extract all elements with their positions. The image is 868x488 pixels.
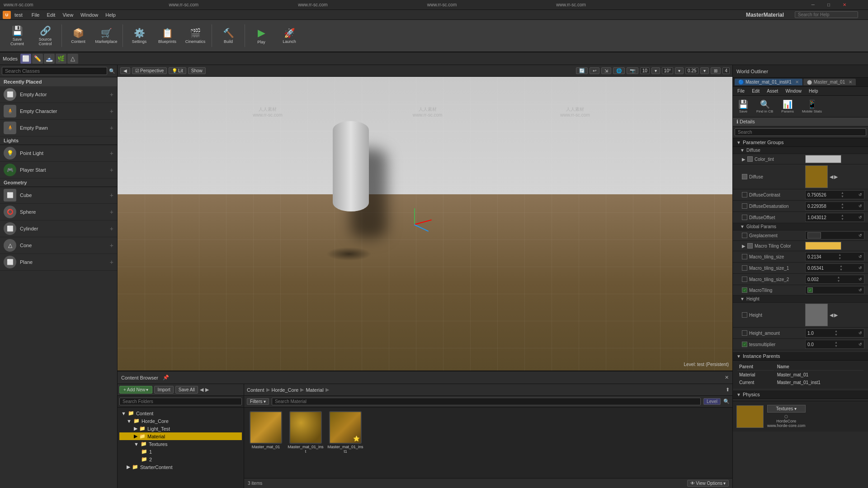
add-cube-btn[interactable]: + — [110, 192, 113, 199]
menu-file[interactable]: File — [28, 11, 43, 19]
folder-material[interactable]: ▶ 📁 Material — [119, 432, 242, 440]
folder-1[interactable]: 📁 1 — [119, 448, 242, 455]
transform-btn[interactable]: 🔄 — [576, 67, 588, 74]
diffuse-section[interactable]: ▼ Diffuse — [733, 147, 868, 154]
mtc-swatch[interactable] — [805, 242, 841, 250]
folder-horde-core[interactable]: ▼ 📁 Horde_Core — [119, 417, 242, 425]
build-button[interactable]: 🔨 Build — [215, 21, 242, 50]
viewport-arrow-btn[interactable]: ◀ — [120, 67, 130, 74]
gr-checkbox[interactable] — [742, 233, 747, 238]
grid-size-btn[interactable]: ▾ — [651, 67, 660, 74]
cb-close-icon[interactable]: ✕ — [725, 375, 729, 380]
menu-help[interactable]: Help — [102, 11, 119, 19]
angle-btn[interactable]: ▾ — [675, 67, 684, 74]
h-checkbox[interactable] — [742, 312, 747, 318]
diffuse-next-btn[interactable]: ▶ — [834, 174, 838, 180]
add-plane-btn[interactable]: + — [110, 258, 113, 266]
instance-parents-section[interactable]: ▼ Instance Parents — [733, 352, 868, 361]
mts2-value[interactable]: 0.002 ▲ ▼ ↺ — [805, 275, 864, 284]
dc-reset[interactable]: ↺ — [859, 192, 862, 197]
gr-reset[interactable]: ↺ — [859, 233, 862, 238]
add-sphere-btn[interactable]: + — [110, 208, 113, 216]
tab-mat-inst[interactable]: 🔵 Master_mat_01_inst#1 ✕ — [735, 79, 802, 85]
mts-up[interactable]: ▲ — [838, 253, 841, 257]
tm-up[interactable]: ▲ — [835, 341, 838, 344]
add-empty-pawn-btn[interactable]: + — [110, 124, 113, 131]
foliage-mode-icon[interactable]: 🌿 — [56, 54, 66, 64]
search-classes-input[interactable] — [2, 67, 107, 75]
diffuse-prev-btn[interactable]: ◀ — [830, 174, 833, 180]
cb-nav-back[interactable]: ◀ — [200, 387, 203, 393]
close-btn[interactable]: ✕ — [843, 2, 846, 7]
doff-down[interactable]: ▼ — [841, 217, 844, 221]
perspective-btn[interactable]: ☑ Perspective — [132, 67, 167, 74]
ip-material-name[interactable]: Master_mat_01 — [775, 371, 863, 378]
list-item[interactable]: ⬜ Plane + — [0, 254, 117, 271]
dc-down[interactable]: ▼ — [841, 195, 844, 198]
path-horde-core[interactable]: Horde_Core — [272, 387, 299, 393]
ip-material-type[interactable]: Material — [737, 371, 774, 378]
ha-reset[interactable]: ↺ — [859, 331, 862, 335]
mts-value[interactable]: 0.2134 ▲ ▼ ↺ — [805, 252, 864, 261]
scale-btn-2[interactable]: ▾ — [700, 67, 709, 74]
folder-2[interactable]: 📁 2 — [119, 455, 242, 463]
mt-check-display[interactable]: ✓ — [807, 287, 813, 293]
list-item[interactable]: 🎮 Player Start + — [0, 162, 117, 178]
add-new-button[interactable]: + Add New ▾ — [119, 386, 152, 394]
minimize-btn[interactable]: ─ — [811, 2, 815, 7]
mat-menu-file[interactable]: File — [735, 88, 747, 94]
details-search-input[interactable] — [735, 128, 866, 136]
search-icon-right[interactable]: 🔍 — [723, 399, 730, 404]
dc-checkbox[interactable] — [742, 192, 747, 197]
mts2-reset[interactable]: ↺ — [859, 277, 862, 282]
dc-up[interactable]: ▲ — [841, 191, 844, 195]
viewport-layout-btn[interactable]: ⊞ — [711, 67, 721, 74]
show-btn[interactable]: Show — [188, 67, 206, 74]
physics-section[interactable]: ▼ Physics — [733, 390, 868, 399]
asset-item[interactable]: Master_mat_01 — [248, 411, 284, 454]
filters-button[interactable]: Filters ▾ — [247, 398, 269, 405]
mat-menu-edit[interactable]: Edit — [749, 88, 762, 94]
menu-window[interactable]: Window — [77, 11, 102, 19]
rotate-btn[interactable]: ↩ — [590, 67, 599, 74]
menu-view[interactable]: View — [59, 11, 77, 19]
mts2-checkbox[interactable] — [742, 277, 747, 282]
global-params-section[interactable]: ▼ Global Params — [733, 223, 868, 230]
mts1-reset[interactable]: ↺ — [859, 266, 862, 270]
add-point-light-btn[interactable]: + — [110, 150, 113, 157]
color-tint-swatch[interactable] — [805, 155, 841, 163]
folder-textures[interactable]: ▼ 📁 Textures — [119, 440, 242, 448]
folder-light-test[interactable]: ▶ 📁 Light_Test — [119, 425, 242, 432]
asset-item[interactable]: Master_mat_01_inst — [288, 411, 324, 454]
tab-close-icon-2[interactable]: ✕ — [849, 80, 852, 84]
path-content[interactable]: Content — [247, 387, 264, 393]
place-mode-icon[interactable]: ⬜ — [20, 54, 31, 64]
tm-down[interactable]: ▼ — [835, 344, 838, 348]
search-icon[interactable]: 🔍 — [109, 68, 115, 74]
add-cone-btn[interactable]: + — [110, 242, 113, 249]
launch-button[interactable]: 🚀 Launch — [276, 21, 303, 50]
mts1-checkbox[interactable] — [742, 265, 747, 271]
world-btn[interactable]: 🌐 — [613, 67, 625, 74]
mat-menu-asset[interactable]: Asset — [764, 88, 781, 94]
list-item[interactable]: 🧍 Empty Character + — [0, 103, 117, 120]
mat-mobile-stats-button[interactable]: 📱 Mobile Stats — [799, 98, 825, 115]
do-checkbox[interactable] — [742, 215, 747, 220]
tab-close-icon[interactable]: ✕ — [795, 80, 799, 84]
search-material-input[interactable] — [272, 398, 701, 405]
cb-pin-icon[interactable]: 📌 — [163, 375, 169, 380]
mts1-value[interactable]: 0.05341 ▲ ▼ ↺ — [805, 263, 864, 272]
doff-reset[interactable]: ↺ — [859, 215, 862, 220]
content-button[interactable]: 📦 Content — [65, 21, 92, 50]
play-button[interactable]: ▶ Play — [248, 21, 275, 50]
marketplace-button[interactable]: 🛒 Marketplace — [93, 21, 120, 50]
mtc-arrow[interactable]: ▶ — [742, 244, 745, 249]
list-item[interactable]: 🧍 Empty Pawn + — [0, 120, 117, 136]
textures-button[interactable]: Textures ▾ — [767, 405, 806, 413]
folder-content[interactable]: ▼ 📁 Content — [119, 409, 242, 417]
parameter-groups-section[interactable]: ▼ Parameter Groups — [733, 138, 868, 147]
mts1-down[interactable]: ▼ — [840, 268, 843, 272]
add-empty-character-btn[interactable]: + — [110, 108, 113, 115]
tm-checkbox[interactable]: ✓ — [742, 342, 747, 347]
mt-checkbox[interactable]: ✓ — [742, 287, 747, 293]
